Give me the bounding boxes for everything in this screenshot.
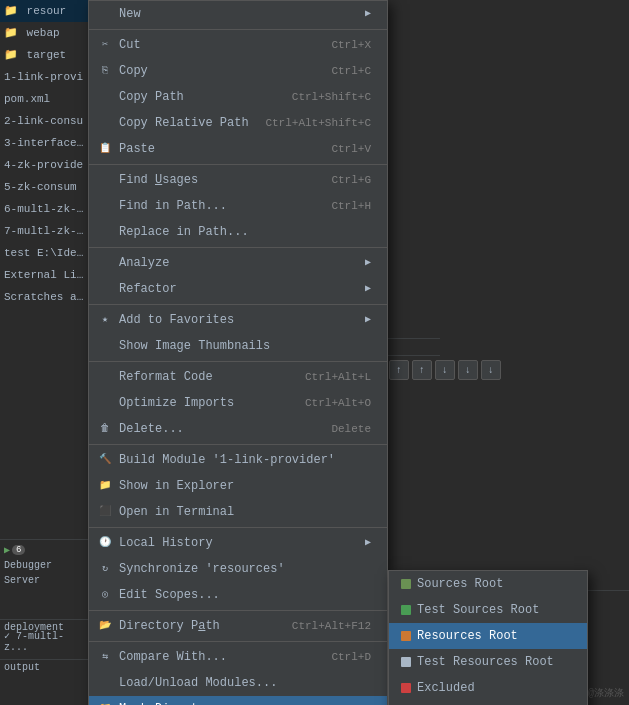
delete-icon: 🗑 (97, 421, 113, 437)
menu-item-mark-directory[interactable]: 📁 Mark Directory as ▶ (89, 696, 387, 705)
project-item-external-lib[interactable]: External Librari (0, 264, 89, 286)
project-item-webapp[interactable]: 📁 webap (0, 22, 89, 44)
run-badge: 6 (12, 545, 25, 555)
menu-item-synchronize[interactable]: ↻ Synchronize 'resources' (89, 556, 387, 582)
folder-icon: 📁 (4, 49, 18, 61)
menu-item-new[interactable]: New ▶ (89, 1, 387, 27)
arrow-icon-mark: ▶ (365, 699, 371, 705)
dir-path-icon: 📂 (97, 618, 113, 634)
menu-item-delete[interactable]: 🗑 Delete... Delete (89, 416, 387, 442)
menu-item-find-in-path[interactable]: Find in Path... Ctrl+H (89, 193, 387, 219)
menu-item-find-usages[interactable]: Find Usages Ctrl+G (89, 167, 387, 193)
menu-item-replace-in-path[interactable]: Replace in Path... (89, 219, 387, 245)
separator-2 (89, 164, 387, 165)
menu-item-cut[interactable]: ✂ Cut Ctrl+X (89, 32, 387, 58)
project-item-resources[interactable]: 📁 resour (0, 0, 89, 22)
menu-item-show-explorer[interactable]: 📁 Show in Explorer (89, 473, 387, 499)
paste-icon: 📋 (97, 141, 113, 157)
server-tab[interactable]: Server (0, 573, 89, 588)
mark-dir-icon: 📁 (97, 701, 113, 705)
separator-6 (89, 444, 387, 445)
menu-item-paste[interactable]: 📋 Paste Ctrl+V (89, 136, 387, 162)
menu-item-copy[interactable]: ⎘ Copy Ctrl+C (89, 58, 387, 84)
toolbar-btn-2[interactable]: ↑ (412, 360, 432, 380)
excluded-dot (401, 683, 411, 693)
replace-icon (97, 224, 113, 240)
compare-icon: ⇆ (97, 649, 113, 665)
menu-item-show-image[interactable]: Show Image Thumbnails (89, 333, 387, 359)
menu-item-add-favorites[interactable]: ★ Add to Favorites ▶ (89, 307, 387, 333)
new-icon (97, 6, 113, 22)
toolbar-btn-3[interactable]: ↓ (435, 360, 455, 380)
image-icon (97, 338, 113, 354)
analyze-icon (97, 255, 113, 271)
arrow-icon-analyze: ▶ (365, 253, 371, 273)
submenu-test-resources-root[interactable]: Test Resources Root (389, 649, 587, 675)
submenu-resources-root[interactable]: Resources Root (389, 623, 587, 649)
cut-icon: ✂ (97, 37, 113, 53)
sync-icon: ↻ (97, 561, 113, 577)
menu-item-refactor[interactable]: Refactor ▶ (89, 276, 387, 302)
history-icon: 🕐 (97, 535, 113, 551)
project-item-scratches[interactable]: Scratches and C (0, 286, 89, 308)
arrow-icon-favorites: ▶ (365, 310, 371, 330)
find-usages-icon (97, 172, 113, 188)
menu-item-copy-relative-path[interactable]: Copy Relative Path Ctrl+Alt+Shift+C (89, 110, 387, 136)
project-item-link-provider[interactable]: 1-link-provi (0, 66, 89, 88)
run-tab[interactable]: ▶ 6 (0, 542, 89, 558)
copy-icon: ⎘ (97, 63, 113, 79)
project-item-zk-consumer[interactable]: 5-zk-consum (0, 176, 89, 198)
project-panel: 📁 resour 📁 webap 📁 target 1-link-provi p… (0, 0, 90, 705)
project-item-zk-provider[interactable]: 4-zk-provide (0, 154, 89, 176)
menu-item-optimize[interactable]: Optimize Imports Ctrl+Alt+O (89, 390, 387, 416)
menu-item-build-module[interactable]: 🔨 Build Module '1-link-provider' (89, 447, 387, 473)
debugger-tab[interactable]: Debugger (0, 558, 89, 573)
multl-item[interactable]: ✓ 7-multl-z... (0, 628, 89, 655)
reformat-icon (97, 369, 113, 385)
folder-icon: 📁 (4, 5, 18, 17)
output-label: output (0, 659, 89, 675)
arrow-icon: ▶ (365, 4, 371, 24)
menu-item-analyze[interactable]: Analyze ▶ (89, 250, 387, 276)
toolbar-btn-5[interactable]: ↓ (481, 360, 501, 380)
project-item-link-consumer[interactable]: 2-link-consu (0, 110, 89, 132)
submenu-test-sources-root[interactable]: Test Sources Root (389, 597, 587, 623)
toolbar-area: ↑ ↑ ↓ ↓ ↓ (385, 356, 505, 384)
project-item-pom[interactable]: pom.xml (0, 88, 89, 110)
project-item-target[interactable]: 📁 target (0, 44, 89, 66)
load-icon (97, 675, 113, 691)
context-menu: New ▶ ✂ Cut Ctrl+X ⎘ Copy Ctrl+C Copy Pa… (88, 0, 388, 705)
toolbar-btn-1[interactable]: ↑ (389, 360, 409, 380)
favorites-icon: ★ (97, 312, 113, 328)
submenu-generated[interactable]: Generated Sources Root (389, 701, 587, 705)
project-item-test[interactable]: test E:\IdeaPro (0, 242, 89, 264)
toolbar-btn-4[interactable]: ↓ (458, 360, 478, 380)
sources-dot (401, 579, 411, 589)
submenu-sources-root[interactable]: Sources Root (389, 571, 587, 597)
project-item-interface[interactable]: 3-interface E:\ (0, 132, 89, 154)
refactor-icon (97, 281, 113, 297)
submenu-mark-directory: Sources Root Test Sources Root Resources… (388, 570, 588, 705)
menu-item-local-history[interactable]: 🕐 Local History ▶ (89, 530, 387, 556)
menu-item-open-terminal[interactable]: ⬛ Open in Terminal (89, 499, 387, 525)
separator-7 (89, 527, 387, 528)
menu-item-edit-scopes[interactable]: ◎ Edit Scopes... (89, 582, 387, 608)
resources-dot (401, 631, 411, 641)
optimize-icon (97, 395, 113, 411)
scopes-icon: ◎ (97, 587, 113, 603)
separator-4 (89, 304, 387, 305)
menu-item-load-unload[interactable]: Load/Unload Modules... (89, 670, 387, 696)
find-in-path-icon (97, 198, 113, 214)
menu-item-directory-path[interactable]: 📂 Directory Path Ctrl+Alt+F12 (89, 613, 387, 639)
project-item-multl-zk-consumer[interactable]: 7-multl-zk-co (0, 220, 89, 242)
separator-3 (89, 247, 387, 248)
project-item-multl-zk-provider[interactable]: 6-multl-zk-pr (0, 198, 89, 220)
test-dot (401, 605, 411, 615)
run-icon: ▶ (4, 544, 10, 556)
menu-item-copy-path[interactable]: Copy Path Ctrl+Shift+C (89, 84, 387, 110)
separator-8 (89, 610, 387, 611)
menu-item-reformat[interactable]: Reformat Code Ctrl+Alt+L (89, 364, 387, 390)
submenu-excluded[interactable]: Excluded (389, 675, 587, 701)
menu-item-compare-with[interactable]: ⇆ Compare With... Ctrl+D (89, 644, 387, 670)
build-icon: 🔨 (97, 452, 113, 468)
